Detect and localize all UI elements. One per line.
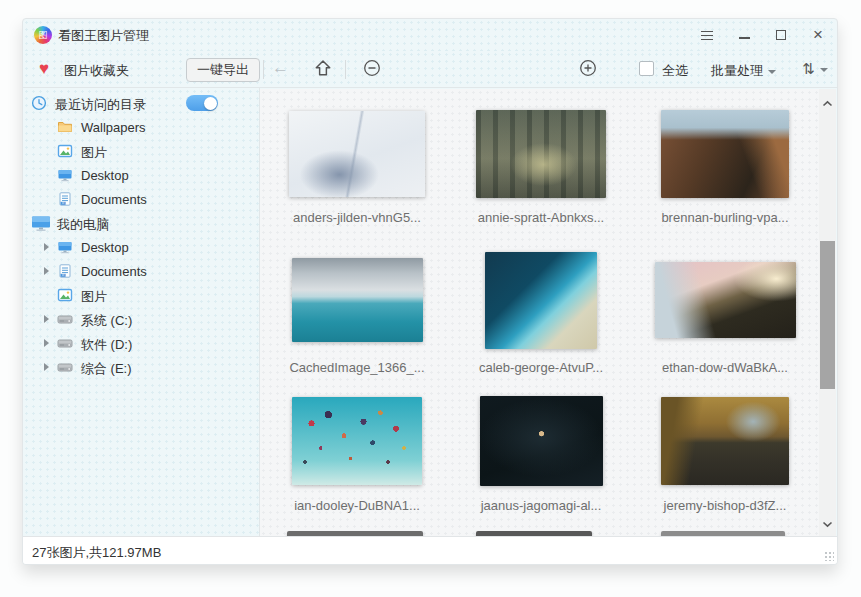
- up-home-button[interactable]: [314, 59, 332, 81]
- sidebar-item-wallpapers[interactable]: Wallpapers: [23, 115, 259, 139]
- sidebar-item-desktop-recent[interactable]: Desktop: [23, 163, 259, 187]
- toolbar: ♥ 图片收藏夹 一键导出 ← 全选 批量处理 ⇅: [23, 51, 837, 88]
- image-thumbnail: [661, 110, 789, 198]
- vertical-scrollbar[interactable]: [819, 89, 836, 536]
- document-icon: W: [57, 263, 73, 279]
- sidebar-item-recent-dirs[interactable]: 最近访问的目录: [23, 91, 259, 115]
- expand-arrow-icon[interactable]: [44, 315, 49, 323]
- minus-circle-icon: [363, 59, 381, 77]
- select-all-checkbox[interactable]: [639, 61, 654, 76]
- image-filename: ethan-dow-dWaBkA...: [662, 360, 788, 375]
- image-grid: anders-jilden-vhnG5... annie-spratt-Abnk…: [260, 89, 819, 536]
- sidebar-item-label: Documents: [81, 264, 147, 279]
- image-thumbnail: [655, 262, 796, 338]
- app-window: 图 看图王图片管理 × ♥ 图片收藏夹 一键导出 ← 全选 批量处理 ⇅: [22, 18, 838, 565]
- batch-process-label: 批量处理: [711, 63, 763, 78]
- select-all-label[interactable]: 全选: [662, 62, 688, 80]
- image-thumbnail: [661, 397, 789, 485]
- menu-button[interactable]: [700, 28, 714, 42]
- chevron-down-icon: [768, 70, 776, 74]
- sidebar-item-drive-c[interactable]: 系统 (C:): [23, 307, 259, 331]
- image-thumbnail: [292, 258, 423, 342]
- grid-item[interactable]: jaanus-jagomagi-al...: [449, 393, 633, 513]
- title-bar: 图 看图王图片管理 ×: [23, 19, 837, 51]
- computer-icon: [31, 215, 51, 231]
- hamburger-icon: [701, 31, 713, 40]
- expand-arrow-icon[interactable]: [44, 267, 49, 275]
- resize-grip[interactable]: [823, 550, 834, 561]
- close-button[interactable]: ×: [811, 28, 825, 42]
- scroll-down-arrow-icon[interactable]: [822, 514, 833, 532]
- back-button[interactable]: ←: [272, 58, 289, 78]
- image-thumbnail: [480, 396, 603, 486]
- chevron-down-icon: [820, 68, 828, 72]
- sidebar-item-my-computer[interactable]: 我的电脑: [23, 211, 259, 235]
- sidebar-item-drive-e[interactable]: 综合 (E:): [23, 355, 259, 379]
- sidebar-item-label: Documents: [81, 192, 147, 207]
- toolbar-separator: [263, 60, 264, 79]
- svg-text:W: W: [62, 273, 65, 277]
- grid-item[interactable]: jeremy-bishop-d3fZ...: [633, 393, 817, 513]
- minimize-icon: [739, 37, 750, 39]
- sidebar-item-label: 最近访问的目录: [55, 96, 146, 114]
- expand-arrow-icon[interactable]: [44, 243, 49, 251]
- zoom-in-button[interactable]: [579, 59, 597, 81]
- sidebar-item-documents[interactable]: W Documents: [23, 259, 259, 283]
- drive-icon: [57, 359, 73, 375]
- sidebar-item-label: 系统 (C:): [81, 312, 132, 330]
- drive-icon: [57, 311, 73, 327]
- maximize-icon: [776, 30, 786, 40]
- image-filename: caleb-george-AtvuP...: [479, 360, 603, 375]
- image-filename: brennan-burling-vpa...: [661, 210, 788, 225]
- expand-arrow-icon[interactable]: [44, 363, 49, 371]
- image-filename: CachedImage_1366_...: [289, 360, 424, 375]
- sidebar-item-label: 软件 (D:): [81, 336, 132, 354]
- sidebar-item-label: 图片: [81, 144, 107, 162]
- grid-item[interactable]: brennan-burling-vpa...: [633, 107, 817, 225]
- folder-icon: [57, 119, 73, 135]
- grid-item[interactable]: ian-dooley-DuBNA1...: [265, 393, 449, 513]
- image-filename: jaanus-jagomagi-al...: [481, 498, 602, 513]
- zoom-out-button[interactable]: [363, 59, 381, 81]
- image-thumbnail: [292, 397, 422, 485]
- sidebar-item-drive-d[interactable]: 软件 (D:): [23, 331, 259, 355]
- image-filename: annie-spratt-Abnkxs...: [478, 210, 604, 225]
- monitor-icon: [57, 167, 73, 183]
- expand-arrow-icon[interactable]: [44, 339, 49, 347]
- minimize-button[interactable]: [737, 28, 751, 42]
- drive-icon: [57, 335, 73, 351]
- picture-icon: [57, 143, 73, 159]
- grid-item[interactable]: ethan-dow-dWaBkA...: [633, 249, 817, 375]
- batch-process-menu[interactable]: 批量处理: [711, 62, 776, 80]
- favorites-label[interactable]: 图片收藏夹: [64, 62, 129, 80]
- export-button[interactable]: 一键导出: [186, 58, 260, 82]
- close-icon: ×: [813, 28, 823, 42]
- image-thumbnail: [485, 252, 597, 349]
- picture-icon: [57, 287, 73, 303]
- image-thumbnail: [289, 111, 425, 197]
- sidebar-item-pictures[interactable]: 图片: [23, 283, 259, 307]
- sidebar-item-documents-recent[interactable]: W Documents: [23, 187, 259, 211]
- sidebar-item-label: Wallpapers: [81, 120, 146, 135]
- recent-dirs-toggle[interactable]: [186, 95, 218, 111]
- svg-text:W: W: [62, 201, 65, 205]
- sidebar-item-label: Desktop: [81, 168, 129, 183]
- sidebar-item-label: 我的电脑: [57, 216, 109, 234]
- sidebar-item-pictures-recent[interactable]: 图片: [23, 139, 259, 163]
- plus-circle-icon: [579, 59, 597, 77]
- window-title: 看图王图片管理: [58, 27, 149, 45]
- image-thumbnail: [476, 110, 606, 198]
- sidebar-item-desktop[interactable]: Desktop: [23, 235, 259, 259]
- grid-item[interactable]: CachedImage_1366_...: [265, 249, 449, 375]
- grid-item[interactable]: anders-jilden-vhnG5...: [265, 107, 449, 225]
- up-arrow-icon: [314, 59, 332, 77]
- sort-menu[interactable]: ⇅: [802, 60, 828, 78]
- status-bar: 27张图片,共121.97MB: [23, 536, 837, 564]
- scrollbar-thumb[interactable]: [820, 241, 835, 389]
- app-logo-icon: 图: [34, 26, 52, 44]
- sidebar: 最近访问的目录 Wallpapers 图片 Desktop W Do: [23, 88, 259, 536]
- grid-item[interactable]: caleb-george-AtvuP...: [449, 249, 633, 375]
- scroll-up-arrow-icon[interactable]: [822, 93, 833, 111]
- maximize-button[interactable]: [774, 28, 788, 42]
- grid-item[interactable]: annie-spratt-Abnkxs...: [449, 107, 633, 225]
